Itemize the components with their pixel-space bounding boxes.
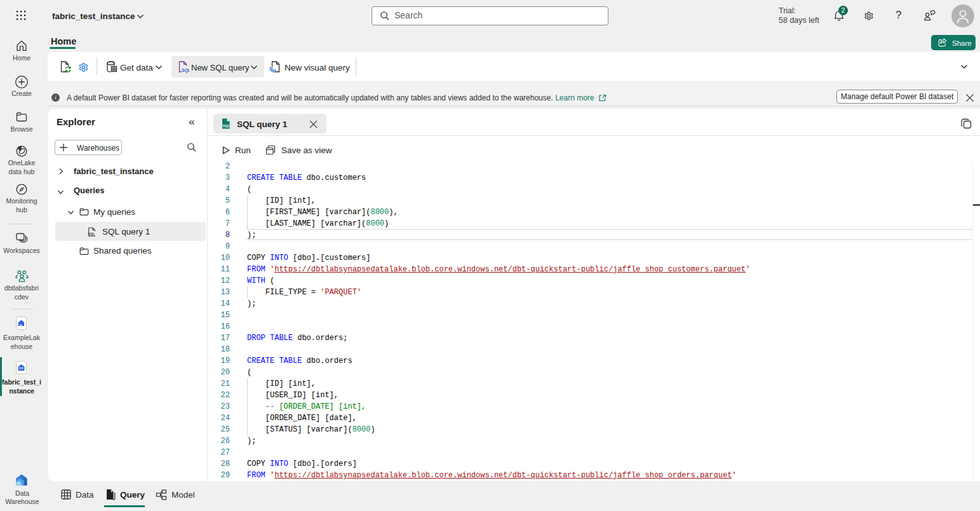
svg-text:SQL: SQL — [182, 68, 189, 73]
svg-text:SQL: SQL — [88, 232, 96, 236]
svg-text:SQL: SQL — [223, 124, 231, 128]
